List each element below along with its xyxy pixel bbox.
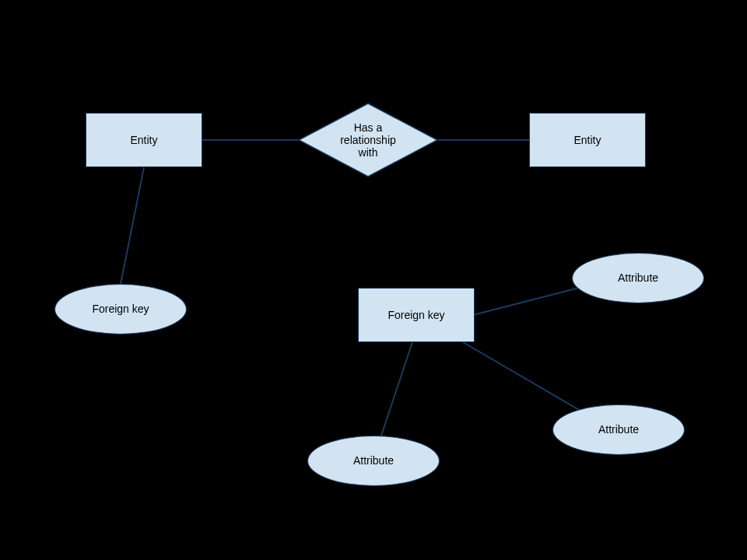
attribute-top-right: Attribute xyxy=(572,253,704,303)
attribute-bottom-left-label: Attribute xyxy=(353,454,394,467)
svg-line-3 xyxy=(473,286,585,315)
entity-left-label: Entity xyxy=(130,134,157,147)
entity-right-label: Entity xyxy=(573,134,601,147)
attribute-bottom-left: Attribute xyxy=(307,436,440,486)
svg-line-2 xyxy=(120,167,144,288)
foreign-key-rect: Foreign key xyxy=(358,288,475,342)
foreign-key-ellipse: Foreign key xyxy=(54,284,187,334)
foreign-key-rect-label: Foreign key xyxy=(388,309,444,322)
entity-left: Entity xyxy=(86,113,202,167)
relationship-label: Has a relationship with xyxy=(340,121,396,159)
attribute-bottom-right-label: Attribute xyxy=(598,423,639,436)
svg-line-4 xyxy=(377,342,412,447)
foreign-key-ellipse-label: Foreign key xyxy=(92,303,149,316)
attribute-top-right-label: Attribute xyxy=(618,271,658,285)
attribute-bottom-right: Attribute xyxy=(552,404,685,455)
entity-right: Entity xyxy=(529,113,646,167)
relationship-diamond: Has a relationship with xyxy=(298,103,438,177)
